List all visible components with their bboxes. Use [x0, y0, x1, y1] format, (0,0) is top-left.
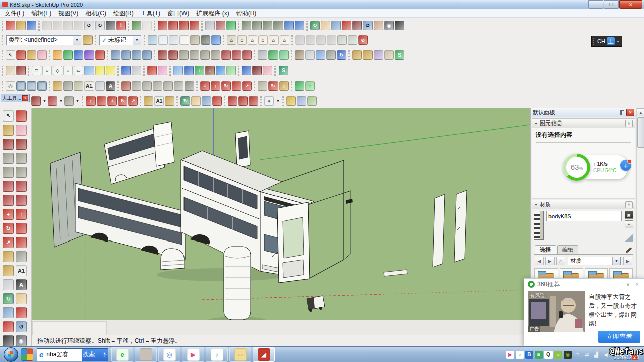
print-icon[interactable]: [106, 21, 115, 30]
rotate-arc-icon[interactable]: ↻: [268, 81, 278, 91]
close-icon[interactable]: ✕: [625, 120, 633, 127]
3d-axes-icon[interactable]: [3, 279, 14, 290]
arc-combo-icon[interactable]: [48, 96, 57, 106]
solid-union-icon[interactable]: [63, 50, 73, 60]
updown-green-icon[interactable]: ↕: [195, 66, 204, 75]
move-icon[interactable]: +: [200, 81, 210, 91]
draw-circle-icon[interactable]: ○: [42, 66, 52, 75]
details-arrow-icon[interactable]: ▶: [623, 257, 632, 265]
toolbar-handle[interactable]: [2, 81, 3, 91]
toolbar-handle[interactable]: [38, 21, 40, 31]
look-around-icon[interactable]: ◉: [16, 335, 27, 346]
viewport[interactable]: [31, 108, 530, 320]
warehouse-a-icon[interactable]: [228, 96, 237, 106]
cube-yellow-icon[interactable]: [286, 96, 296, 106]
draw-pie-icon[interactable]: [106, 66, 115, 75]
ad-photo[interactable]: 有风险 广告: [528, 291, 585, 332]
walk-icon[interactable]: [395, 21, 404, 30]
share-component-icon[interactable]: [179, 21, 189, 30]
view-top-icon[interactable]: ⌂: [237, 35, 247, 45]
cross-swap-icon[interactable]: [226, 66, 236, 75]
toolbar-handle[interactable]: [2, 66, 3, 76]
mirror-flip-icon[interactable]: [173, 66, 183, 75]
cloud-upload-icon[interactable]: [316, 50, 325, 60]
offset-icon[interactable]: [16, 237, 27, 248]
line-combo-icon[interactable]: [31, 96, 41, 106]
arrow-up-green-icon[interactable]: ↑: [305, 81, 315, 91]
export-animation-icon[interactable]: [348, 35, 357, 45]
style-wireframe-icon[interactable]: [169, 35, 178, 45]
sandbox-scratch-icon[interactable]: [132, 81, 141, 91]
sync-icon[interactable]: ↻: [337, 50, 346, 60]
new-icon[interactable]: [6, 21, 15, 30]
rotate-2-icon[interactable]: ↻: [118, 96, 127, 106]
select-icon[interactable]: ↖: [3, 110, 14, 122]
close-icon[interactable]: x: [22, 95, 28, 101]
3d-text-icon[interactable]: A: [16, 279, 27, 290]
draw-polygon-icon[interactable]: ◇: [53, 66, 62, 75]
view-front-icon[interactable]: ⌂: [248, 35, 257, 45]
curve-blue-icon[interactable]: [242, 66, 251, 75]
toolbar-handle[interactable]: [201, 21, 203, 31]
previous-view-icon[interactable]: ↺: [16, 321, 27, 332]
memory-ring[interactable]: 63%: [563, 154, 590, 181]
material-collection-dropdown[interactable]: 材质 ▼: [568, 257, 621, 265]
toolbar-handle[interactable]: [128, 21, 129, 31]
push-pull-2-icon[interactable]: ↑: [86, 96, 96, 106]
component-c-icon[interactable]: [263, 21, 272, 30]
shell-pink-icon[interactable]: [263, 66, 272, 75]
add-location-icon[interactable]: [132, 21, 141, 30]
create-material-icon[interactable]: +: [625, 220, 633, 228]
outer-shell-icon[interactable]: [53, 50, 62, 60]
box-download-icon[interactable]: [326, 50, 336, 60]
make-component-icon[interactable]: [16, 50, 26, 60]
menu-item[interactable]: 绘图(R): [110, 9, 137, 18]
home-icon[interactable]: ⌂: [556, 257, 565, 265]
tag-info-icon[interactable]: i: [279, 81, 289, 91]
sample-paint-icon[interactable]: [624, 234, 633, 242]
toolbar-handle[interactable]: [291, 35, 293, 45]
freehand-icon[interactable]: [168, 50, 178, 60]
position-camera-icon[interactable]: [374, 21, 383, 30]
toolbar-handle[interactable]: [2, 21, 3, 31]
drag-handle[interactable]: [593, 38, 596, 45]
rotate-icon[interactable]: ↻: [3, 223, 14, 234]
draw-small-circle-icon[interactable]: [95, 66, 105, 75]
view-right-icon[interactable]: ⌂: [258, 35, 268, 45]
zoom-window-icon[interactable]: [342, 21, 351, 30]
toolbar-handle[interactable]: [143, 66, 145, 76]
abort-export-icon[interactable]: ⊘: [358, 35, 368, 45]
follow-me-2-icon[interactable]: [97, 96, 106, 106]
toolbar-handle[interactable]: [49, 81, 50, 91]
toolbar-handle[interactable]: [2, 35, 3, 45]
three-point-arc-icon[interactable]: [242, 50, 252, 60]
default-panel-titlebar[interactable]: 默认面板 ✕: [531, 108, 636, 117]
menu-item[interactable]: 工具(T): [137, 9, 164, 18]
eyedropper-icon[interactable]: [625, 247, 632, 253]
style-textured-icon[interactable]: [201, 35, 210, 45]
pan-icon[interactable]: [16, 293, 27, 304]
toolbar-handle[interactable]: [169, 66, 171, 76]
follow-me-icon[interactable]: [232, 81, 241, 91]
pink-panel-icon[interactable]: [158, 66, 167, 75]
style-xray-icon[interactable]: [148, 35, 157, 45]
toolbar-handle[interactable]: [140, 96, 141, 106]
material-preview[interactable]: [534, 211, 544, 240]
toolbar-handle[interactable]: [291, 81, 292, 91]
toolbar-handle[interactable]: [260, 96, 262, 106]
toolbar-handle[interactable]: [154, 50, 155, 60]
arc-icon[interactable]: [3, 195, 14, 206]
freehand-icon[interactable]: [16, 139, 27, 150]
toolbar-handle[interactable]: [238, 66, 239, 76]
scale-icon[interactable]: ↗: [242, 81, 252, 91]
menu-item[interactable]: 编辑(E): [28, 9, 55, 18]
360-safe-taskbar-button[interactable]: ◎: [158, 347, 180, 362]
ime-input-method-icon[interactable]: 王: [607, 37, 615, 45]
group-purple-icon[interactable]: [374, 50, 383, 60]
toolbar-handle[interactable]: [176, 96, 178, 106]
view-back-icon[interactable]: ⌂: [269, 35, 279, 45]
component-f-icon[interactable]: [295, 21, 304, 30]
toolbar-handle[interactable]: [254, 50, 255, 60]
task-list-tray-icon[interactable]: ≡: [535, 351, 543, 359]
toolbar-handle[interactable]: [196, 81, 198, 91]
